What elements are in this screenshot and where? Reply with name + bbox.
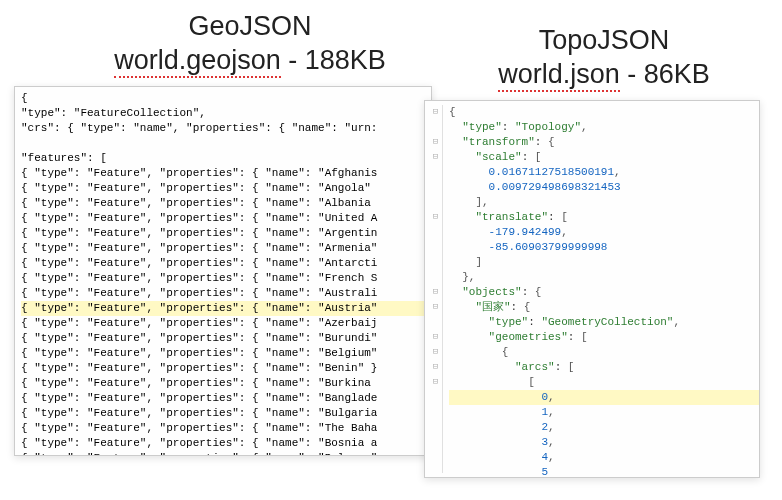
fold-marker[interactable]: ⊟ bbox=[429, 105, 442, 120]
fold-marker bbox=[429, 315, 442, 330]
code-line: { bbox=[21, 91, 425, 106]
subtitle-geojson: world.geojson - 188KB bbox=[80, 44, 420, 78]
fold-marker bbox=[429, 270, 442, 285]
fold-marker[interactable]: ⊟ bbox=[429, 375, 442, 390]
code-line: 0, bbox=[449, 390, 759, 405]
fold-marker[interactable]: ⊟ bbox=[429, 150, 442, 165]
code-line: "scale": [ bbox=[449, 150, 759, 165]
code-line: -85.60903799999998 bbox=[449, 240, 759, 255]
code-line: { "type": "Feature", "properties": { "na… bbox=[21, 331, 425, 346]
fold-marker bbox=[429, 165, 442, 180]
fold-marker bbox=[429, 420, 442, 435]
fold-marker bbox=[429, 240, 442, 255]
fold-marker bbox=[429, 120, 442, 135]
fold-marker bbox=[429, 390, 442, 405]
code-line: 2, bbox=[449, 420, 759, 435]
heading-topojson: TopoJSON world.json - 86KB bbox=[454, 24, 754, 92]
code-line: "objects": { bbox=[449, 285, 759, 300]
code-line: { "type": "Feature", "properties": { "na… bbox=[21, 196, 425, 211]
code-line: 1, bbox=[449, 405, 759, 420]
code-line bbox=[21, 136, 425, 151]
code-line: 4, bbox=[449, 450, 759, 465]
code-line: 0.01671127518500191, bbox=[449, 165, 759, 180]
fold-marker bbox=[429, 180, 442, 195]
code-line: 0.009729498698321453 bbox=[449, 180, 759, 195]
fold-marker bbox=[429, 225, 442, 240]
code-line: { "type": "Feature", "properties": { "na… bbox=[21, 406, 425, 421]
code-line: { "type": "Feature", "properties": { "na… bbox=[21, 226, 425, 241]
code-line: { "type": "Feature", "properties": { "na… bbox=[21, 241, 425, 256]
fold-marker[interactable]: ⊟ bbox=[429, 210, 442, 225]
code-line: { "type": "Feature", "properties": { "na… bbox=[21, 256, 425, 271]
fold-marker[interactable]: ⊟ bbox=[429, 345, 442, 360]
fold-marker[interactable]: ⊟ bbox=[429, 135, 442, 150]
code-line: { "type": "Feature", "properties": { "na… bbox=[21, 436, 425, 451]
size-geojson: 188KB bbox=[305, 45, 386, 75]
code-line: "type": "GeometryCollection", bbox=[449, 315, 759, 330]
code-line: "type": "FeatureCollection", bbox=[21, 106, 425, 121]
fold-marker[interactable]: ⊟ bbox=[429, 300, 442, 315]
code-line: "geometries": [ bbox=[449, 330, 759, 345]
subtitle-topojson: world.json - 86KB bbox=[454, 58, 754, 92]
fold-marker[interactable]: ⊟ bbox=[429, 330, 442, 345]
filename-geojson: world.geojson bbox=[114, 45, 281, 78]
code-line: 3, bbox=[449, 435, 759, 450]
fold-marker bbox=[429, 195, 442, 210]
title-geojson: GeoJSON bbox=[80, 10, 420, 44]
code-line: { "type": "Feature", "properties": { "na… bbox=[21, 181, 425, 196]
code-line: "translate": [ bbox=[449, 210, 759, 225]
code-line: "features": [ bbox=[21, 151, 425, 166]
geojson-code-pane: {"type": "FeatureCollection","crs": { "t… bbox=[14, 86, 432, 456]
code-line: "arcs": [ bbox=[449, 360, 759, 375]
fold-marker bbox=[429, 435, 442, 450]
code-line: "type": "Topology", bbox=[449, 120, 759, 135]
fold-marker bbox=[429, 405, 442, 420]
code-line: { "type": "Feature", "properties": { "na… bbox=[21, 346, 425, 361]
fold-marker[interactable]: ⊟ bbox=[429, 285, 442, 300]
fold-marker bbox=[429, 465, 442, 478]
code-line: { "type": "Feature", "properties": { "na… bbox=[21, 166, 425, 181]
code-line: { "type": "Feature", "properties": { "na… bbox=[21, 301, 425, 316]
code-line: ], bbox=[449, 195, 759, 210]
code-line: { "type": "Feature", "properties": { "na… bbox=[21, 451, 425, 456]
code-line: { "type": "Feature", "properties": { "na… bbox=[21, 376, 425, 391]
code-line: { "type": "Feature", "properties": { "na… bbox=[21, 316, 425, 331]
fold-marker bbox=[429, 450, 442, 465]
heading-geojson: GeoJSON world.geojson - 188KB bbox=[80, 10, 420, 78]
size-topojson: 86KB bbox=[644, 59, 710, 89]
code-line: { "type": "Feature", "properties": { "na… bbox=[21, 391, 425, 406]
code-line: "transform": { bbox=[449, 135, 759, 150]
code-line: { "type": "Feature", "properties": { "na… bbox=[21, 361, 425, 376]
code-line: { "type": "Feature", "properties": { "na… bbox=[21, 211, 425, 226]
code-line: -179.942499, bbox=[449, 225, 759, 240]
code-line: [ bbox=[449, 375, 759, 390]
code-line: { "type": "Feature", "properties": { "na… bbox=[21, 271, 425, 286]
fold-marker bbox=[429, 255, 442, 270]
title-topojson: TopoJSON bbox=[454, 24, 754, 58]
fold-marker[interactable]: ⊟ bbox=[429, 360, 442, 375]
code-line: }, bbox=[449, 270, 759, 285]
topojson-code-pane: ⊟⊟⊟⊟⊟⊟⊟⊟⊟⊟⊟ { "type": "Topology", "trans… bbox=[424, 100, 760, 478]
fold-gutter: ⊟⊟⊟⊟⊟⊟⊟⊟⊟⊟⊟ bbox=[429, 105, 443, 473]
filename-topojson: world.json bbox=[498, 59, 620, 92]
code-line: { "type": "Feature", "properties": { "na… bbox=[21, 286, 425, 301]
code-line: ] bbox=[449, 255, 759, 270]
code-line: { bbox=[449, 345, 759, 360]
code-line: 5 bbox=[449, 465, 759, 478]
code-line: { bbox=[449, 105, 759, 120]
code-line: "国家": { bbox=[449, 300, 759, 315]
code-line: { "type": "Feature", "properties": { "na… bbox=[21, 421, 425, 436]
code-line: "crs": { "type": "name", "properties": {… bbox=[21, 121, 425, 136]
